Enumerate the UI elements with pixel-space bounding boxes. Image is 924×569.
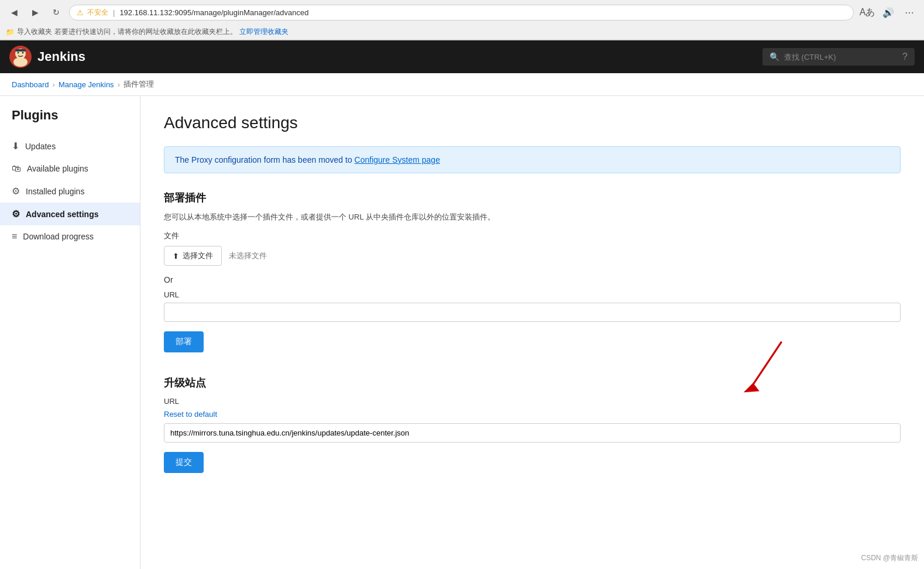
upload-icon: ⬆: [173, 252, 179, 260]
configure-system-link[interactable]: Configure System page: [355, 155, 440, 164]
sidebar-item-progress[interactable]: ≡ Download progress: [0, 225, 140, 248]
sidebar: Plugins ⬇ Updates 🛍 Available plugins ⚙ …: [0, 96, 140, 569]
banner-text: The Proxy configuration form has been mo…: [175, 155, 355, 164]
import-bookmarks-text: 导入收藏夹: [17, 27, 52, 37]
manage-bookmarks-link[interactable]: 立即管理收藏夹: [239, 27, 288, 37]
jenkins-logo-text: Jenkins: [37, 49, 85, 64]
updates-icon: ⬇: [12, 140, 19, 152]
import-bookmarks-icon: 📁: [6, 28, 15, 36]
browser-chrome: ◀ ▶ ↻ ⚠ 不安全 | 192.168.11.132:9095/manage…: [0, 0, 924, 40]
jenkins-logo[interactable]: Jenkins: [9, 46, 85, 68]
choose-file-button[interactable]: ⬆ 选择文件: [164, 246, 222, 266]
sidebar-item-label-advanced: Advanced settings: [26, 210, 98, 219]
deploy-section: 部署插件 您可以从本地系统中选择一个插件文件，或者提供一个 URL 从中央插件仓…: [164, 191, 901, 352]
page-content: Plugins ⬇ Updates 🛍 Available plugins ⚙ …: [0, 96, 924, 569]
sidebar-item-label-available: Available plugins: [27, 164, 88, 173]
security-warning-text: 不安全: [87, 8, 108, 18]
csdn-watermark: CSDN @青椒青斯: [861, 553, 918, 563]
breadcrumb-dashboard[interactable]: Dashboard: [12, 80, 49, 89]
reset-to-default-link[interactable]: Reset to default: [164, 410, 217, 419]
svg-rect-5: [15, 49, 26, 52]
favorites-bar: 📁 导入收藏夹 若要进行快速访问，请将你的网址收藏放在此收藏夹栏上。 立即管理收…: [0, 25, 924, 40]
sidebar-title: Plugins: [0, 108, 140, 135]
search-input[interactable]: [784, 53, 898, 61]
read-aloud-button[interactable]: 🔊: [880, 4, 897, 21]
search-icon: 🔍: [770, 52, 779, 61]
translate-button[interactable]: Aあ: [858, 4, 876, 21]
or-text: Or: [164, 275, 901, 284]
file-row: ⬆ 选择文件 未选择文件: [164, 246, 901, 266]
advanced-icon: ⚙: [12, 208, 20, 220]
settings-button[interactable]: ⋯: [901, 4, 918, 21]
favorites-prompt-text: 若要进行快速访问，请将你的网址收藏放在此收藏夹栏上。: [54, 27, 237, 37]
svg-point-4: [22, 52, 24, 54]
browser-toolbar: ◀ ▶ ↻ ⚠ 不安全 | 192.168.11.132:9095/manage…: [0, 0, 924, 25]
jenkins-search-container: 🔍 ?: [762, 48, 915, 66]
main-content: Advanced settings The Proxy configuratio…: [140, 96, 924, 569]
breadcrumb-sep-2: ›: [118, 80, 120, 89]
sidebar-item-label-progress: Download progress: [23, 232, 94, 241]
url-text[interactable]: 192.168.11.132:9095/manage/pluginManager…: [119, 8, 308, 17]
update-site-section: 升级站点 URL Reset to default 提交: [164, 376, 901, 473]
jenkins-header: Jenkins 🔍 ?: [0, 40, 924, 73]
submit-button[interactable]: 提交: [164, 452, 204, 473]
browser-icons: Aあ 🔊 ⋯: [858, 4, 918, 21]
sidebar-item-advanced[interactable]: ⚙ Advanced settings: [0, 203, 140, 225]
available-icon: 🛍: [12, 163, 21, 174]
update-site-url-input[interactable]: [164, 423, 901, 443]
back-button[interactable]: ◀: [6, 4, 22, 20]
breadcrumb-sep-1: ›: [53, 80, 55, 89]
choose-file-label: 选择文件: [183, 251, 213, 261]
url-label-deploy: URL: [164, 290, 901, 299]
refresh-button[interactable]: ↻: [48, 4, 64, 20]
sidebar-item-installed[interactable]: ⚙ Installed plugins: [0, 180, 140, 203]
breadcrumb-manage-jenkins[interactable]: Manage Jenkins: [59, 80, 114, 89]
installed-icon: ⚙: [12, 186, 20, 197]
svg-point-2: [13, 57, 28, 67]
info-banner: The Proxy configuration form has been mo…: [164, 146, 901, 173]
deploy-section-desc: 您可以从本地系统中选择一个插件文件，或者提供一个 URL 从中央插件仓库以外的位…: [164, 212, 901, 222]
breadcrumb: Dashboard › Manage Jenkins › 插件管理: [0, 73, 924, 96]
help-icon[interactable]: ?: [902, 52, 908, 62]
deploy-url-input[interactable]: [164, 303, 901, 322]
progress-icon: ≡: [12, 231, 17, 242]
svg-point-3: [18, 52, 19, 54]
update-site-title: 升级站点: [164, 376, 901, 390]
file-none-label: 未选择文件: [229, 251, 267, 261]
url-label-update: URL: [164, 397, 901, 406]
jenkins-logo-icon: [9, 46, 32, 68]
sidebar-item-label-installed: Installed plugins: [26, 187, 84, 196]
sidebar-item-label-updates: Updates: [25, 142, 56, 151]
address-bar: ⚠ 不安全 | 192.168.11.132:9095/manage/plugi…: [69, 5, 854, 20]
security-warning-icon: ⚠: [77, 8, 84, 17]
page-title: Advanced settings: [164, 114, 901, 132]
file-field-label: 文件: [164, 231, 901, 241]
sidebar-item-updates[interactable]: ⬇ Updates: [0, 135, 140, 157]
sidebar-item-available[interactable]: 🛍 Available plugins: [0, 157, 140, 180]
deploy-section-title: 部署插件: [164, 191, 901, 205]
forward-button[interactable]: ▶: [27, 4, 43, 20]
breadcrumb-current: 插件管理: [123, 79, 154, 90]
deploy-button[interactable]: 部署: [164, 331, 204, 352]
